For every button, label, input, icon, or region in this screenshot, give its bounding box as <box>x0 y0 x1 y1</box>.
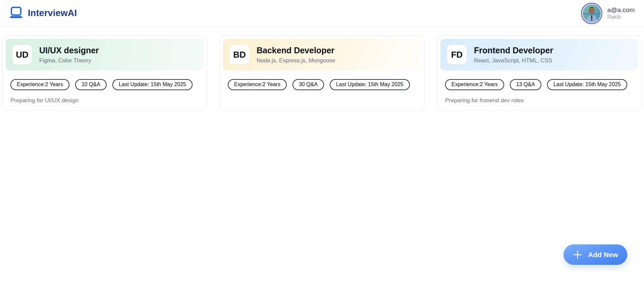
avatar-photo <box>583 4 601 22</box>
card-skills: React, JavaScript, HTML, CSS <box>474 57 553 64</box>
add-new-label: Add New <box>588 251 618 259</box>
interview-card-backend[interactable]: BD Backend Developer Node.js, Express.js… <box>220 36 424 111</box>
card-heading: UI/UX designer Figma, Color Theory <box>39 46 99 64</box>
card-skills: Figma, Color Theory <box>39 57 99 64</box>
card-description: Preparing for UI/UX design <box>10 97 199 104</box>
card-skills: Node.js, Express.js, Mongoose <box>257 57 335 64</box>
add-new-button[interactable]: Add New <box>564 244 627 265</box>
user-meta: a@a.com Rakib <box>607 6 635 21</box>
cards-grid: UD UI/UX designer Figma, Color Theory Ex… <box>0 36 644 111</box>
last-update-pill: Last Update: 15th May 2025 <box>547 79 627 90</box>
initials-badge: FD <box>447 45 467 64</box>
brand-logo[interactable]: InterviewAI <box>9 6 77 20</box>
experience-pill: Experience:2 Years <box>445 79 504 90</box>
card-title: UI/UX designer <box>39 46 99 55</box>
user-profile: a@a.com Rakib <box>581 3 635 24</box>
user-name: Rakib <box>607 14 635 20</box>
experience-pill: Experience:2 Years <box>10 79 69 90</box>
last-update-pill: Last Update: 15th May 2025 <box>112 79 193 90</box>
qa-count-pill: 10 Q&A <box>75 79 107 90</box>
qa-count-pill: 13 Q&A <box>510 79 541 90</box>
card-description: Preparing for fronend dev roles <box>445 97 634 104</box>
app-header: InterviewAI a@a.com <box>0 0 644 27</box>
initials-badge: BD <box>230 45 249 64</box>
card-header: UD UI/UX designer Figma, Color Theory <box>6 39 204 70</box>
initials-badge: UD <box>12 45 32 64</box>
qa-count-pill: 30 Q&A <box>292 79 324 90</box>
interview-card-uiux[interactable]: UD UI/UX designer Figma, Color Theory Ex… <box>2 36 207 111</box>
card-header: FD Frontend Developer React, JavaScript,… <box>440 39 638 70</box>
avatar[interactable] <box>581 3 602 24</box>
pill-row: Experience:2 Years 10 Q&A Last Update: 1… <box>6 79 204 90</box>
card-title: Backend Developer <box>257 46 335 55</box>
pill-row: Experience:2 Years 30 Q&A Last Update: 1… <box>223 79 421 90</box>
laptop-icon <box>9 6 23 20</box>
card-title: Frontend Developer <box>474 46 553 55</box>
user-email: a@a.com <box>607 6 635 14</box>
brand-title: InterviewAI <box>28 8 77 18</box>
card-heading: Frontend Developer React, JavaScript, HT… <box>474 46 553 64</box>
card-heading: Backend Developer Node.js, Express.js, M… <box>257 46 335 64</box>
pill-row: Experience:2 Years 13 Q&A Last Update: 1… <box>440 79 638 90</box>
card-header: BD Backend Developer Node.js, Express.js… <box>223 39 421 70</box>
interview-card-frontend[interactable]: FD Frontend Developer React, JavaScript,… <box>437 36 642 111</box>
last-update-pill: Last Update: 15th May 2025 <box>330 79 410 90</box>
card-description <box>228 97 416 104</box>
plus-icon <box>573 250 583 260</box>
experience-pill: Experience:2 Years <box>228 79 287 90</box>
